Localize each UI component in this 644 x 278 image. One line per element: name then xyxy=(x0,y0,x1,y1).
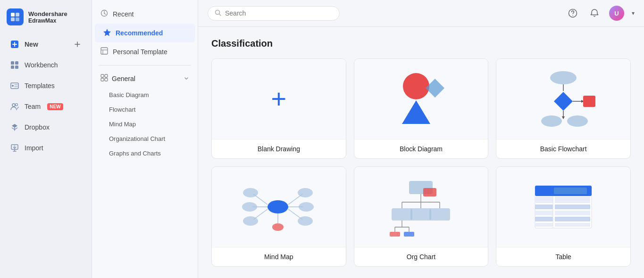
svg-rect-12 xyxy=(15,65,18,69)
sidebar-item-new[interactable]: New xyxy=(3,34,89,54)
avatar[interactable]: U xyxy=(609,6,624,21)
main-content: U ▾ Classification + Blank Drawing xyxy=(198,0,644,278)
svg-point-40 xyxy=(550,71,577,84)
svg-rect-92 xyxy=(535,223,553,227)
svg-rect-3 xyxy=(16,17,19,21)
svg-rect-10 xyxy=(15,61,18,65)
mid-sub-item-graphs-charts[interactable]: Graphs and Charts xyxy=(92,146,198,161)
mid-sub-item-flowchart[interactable]: Flowchart xyxy=(92,102,198,117)
card-org-chart[interactable]: Org Chart xyxy=(354,166,489,267)
svg-line-24 xyxy=(104,14,106,15)
svg-rect-30 xyxy=(105,74,108,77)
card-table-label: Table xyxy=(496,247,630,266)
svg-rect-45 xyxy=(583,96,595,107)
sidebar-item-templates[interactable]: Templates xyxy=(3,76,89,96)
svg-marker-25 xyxy=(103,29,111,36)
card-block-diagram-label: Block Diagram xyxy=(354,139,488,158)
svg-point-54 xyxy=(299,202,314,212)
mid-item-personal-template[interactable]: Personal Template xyxy=(92,42,198,61)
sidebar-item-dropbox-label: Dropbox xyxy=(25,123,50,131)
mid-section-general[interactable]: General xyxy=(92,69,198,88)
card-block-diagram-image xyxy=(354,59,488,139)
team-icon xyxy=(9,101,20,112)
sidebar: Wondershare EdrawMax New xyxy=(0,0,92,278)
mid-item-recent[interactable]: Recent xyxy=(92,5,198,24)
svg-rect-79 xyxy=(390,232,400,237)
card-org-chart-label: Org Chart xyxy=(354,247,488,266)
workbench-icon xyxy=(9,60,20,70)
svg-rect-32 xyxy=(105,78,108,81)
svg-rect-1 xyxy=(16,13,19,16)
svg-rect-85 xyxy=(555,196,590,203)
svg-point-36 xyxy=(572,15,573,16)
svg-point-14 xyxy=(12,85,14,87)
sidebar-item-templates-label: Templates xyxy=(25,82,55,90)
svg-marker-47 xyxy=(562,116,565,119)
card-blank-drawing[interactable]: + Blank Drawing xyxy=(211,58,346,159)
dropbox-icon xyxy=(9,122,20,132)
notifications-button[interactable] xyxy=(587,6,602,20)
svg-point-49 xyxy=(567,115,588,127)
sidebar-item-new-label: New xyxy=(25,41,38,48)
svg-point-52 xyxy=(298,188,313,197)
svg-rect-31 xyxy=(101,78,104,81)
content-area: Classification + Blank Drawing xyxy=(198,27,644,278)
mid-sub-item-basic-diagram[interactable]: Basic Diagram xyxy=(92,88,198,102)
svg-line-34 xyxy=(219,14,221,16)
svg-rect-73 xyxy=(410,208,431,221)
svg-rect-66 xyxy=(423,188,436,196)
svg-point-63 xyxy=(272,223,284,231)
personal-template-icon xyxy=(100,47,108,57)
mid-sub-item-mind-map[interactable]: Mind Map xyxy=(92,117,198,131)
search-input[interactable] xyxy=(225,9,329,17)
general-chevron-icon xyxy=(184,75,189,82)
sidebar-item-import[interactable]: Import xyxy=(3,138,89,158)
app-name: Wondershare EdrawMax xyxy=(28,10,67,24)
card-mind-map-image xyxy=(212,167,346,247)
card-org-chart-image xyxy=(354,167,488,247)
card-table[interactable]: Table xyxy=(496,166,631,267)
section-title: Classification xyxy=(211,38,631,49)
logo-area: Wondershare EdrawMax xyxy=(0,6,92,34)
sidebar-item-dropbox[interactable]: Dropbox xyxy=(3,117,89,137)
app-logo-icon xyxy=(7,8,24,25)
general-section-icon xyxy=(100,74,108,83)
sidebar-item-workbench-label: Workbench xyxy=(25,61,58,69)
card-blank-drawing-label: Blank Drawing xyxy=(212,139,346,158)
svg-point-17 xyxy=(12,104,15,106)
new-icon xyxy=(9,39,20,49)
avatar-dropdown-icon[interactable]: ▾ xyxy=(632,10,635,16)
top-bar: U ▾ xyxy=(198,0,644,27)
card-basic-flowchart-image xyxy=(496,59,630,139)
svg-rect-0 xyxy=(11,13,15,16)
sidebar-item-workbench[interactable]: Workbench xyxy=(3,55,89,75)
help-button[interactable] xyxy=(566,6,580,20)
svg-rect-72 xyxy=(392,208,412,221)
mid-item-recommended[interactable]: Recommended xyxy=(95,24,195,42)
svg-rect-26 xyxy=(101,48,108,54)
svg-point-50 xyxy=(268,200,288,213)
card-block-diagram[interactable]: Block Diagram xyxy=(354,58,489,159)
search-box[interactable] xyxy=(208,6,340,21)
svg-point-37 xyxy=(403,73,429,99)
sidebar-item-team[interactable]: Team NEW xyxy=(3,97,89,116)
svg-rect-93 xyxy=(555,223,590,227)
middle-panel: Recent Recommended Personal Template xyxy=(92,0,198,278)
card-mind-map[interactable]: Mind Map xyxy=(211,166,346,267)
svg-point-18 xyxy=(16,104,18,106)
svg-rect-74 xyxy=(429,208,450,221)
team-badge: NEW xyxy=(47,103,63,110)
svg-rect-90 xyxy=(535,217,553,221)
svg-point-48 xyxy=(541,115,562,127)
top-bar-right: U ▾ xyxy=(566,6,635,21)
search-icon xyxy=(215,9,221,17)
mid-item-recommended-label: Recommended xyxy=(116,29,163,37)
card-basic-flowchart-label: Basic Flowchart xyxy=(496,139,630,158)
mid-sub-item-org-chart[interactable]: Organizational Chart xyxy=(92,131,198,146)
svg-rect-29 xyxy=(101,74,104,77)
mid-item-recent-label: Recent xyxy=(113,10,134,18)
new-plus-button[interactable] xyxy=(73,40,82,49)
svg-rect-89 xyxy=(555,211,590,215)
svg-marker-39 xyxy=(402,100,430,124)
card-basic-flowchart[interactable]: Basic Flowchart xyxy=(496,58,631,159)
